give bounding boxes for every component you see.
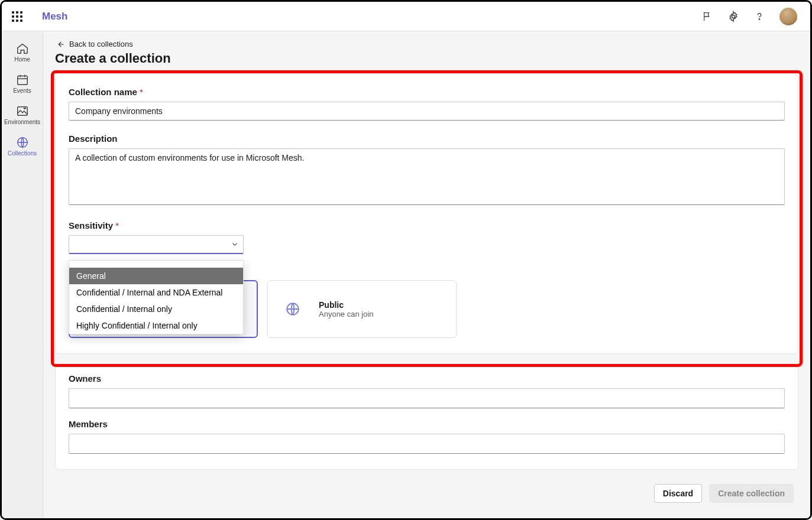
sidebar-item-home[interactable]: Home	[2, 37, 43, 69]
sidebar-item-label: Environments	[4, 119, 40, 125]
page-title: Create a collection	[55, 51, 798, 66]
calendar-icon	[16, 73, 29, 86]
help-icon[interactable]	[753, 11, 765, 22]
footer-actions: Discard Create collection	[55, 479, 798, 503]
desc-input[interactable]	[69, 148, 785, 205]
picture-icon	[16, 105, 29, 118]
owners-label: Owners	[69, 373, 785, 384]
sensitivity-option[interactable]: Confidential / Internal only	[69, 301, 243, 317]
flag-icon[interactable]	[701, 11, 713, 22]
home-icon	[16, 42, 29, 55]
avatar[interactable]	[779, 8, 797, 25]
desc-field: Description	[69, 134, 785, 207]
sidebar-item-events[interactable]: Events	[2, 69, 43, 100]
sidebar-item-label: Collections	[8, 150, 37, 157]
sens-field: Sensitivity * General Confidential / Int…	[69, 220, 785, 254]
name-input[interactable]	[69, 102, 785, 121]
sidebar-item-collections[interactable]: Collections	[2, 131, 43, 162]
discard-button[interactable]: Discard	[654, 484, 702, 503]
sensitivity-select[interactable]	[69, 235, 244, 254]
globe-icon	[279, 295, 307, 323]
content: Back to collections Create a collection …	[43, 31, 810, 518]
privacy-public-card[interactable]: Public Anyone can join	[267, 280, 457, 338]
name-label: Collection name *	[69, 87, 785, 97]
details-card: Collection name * Description Sensitivit…	[55, 73, 798, 354]
arrow-left-icon	[56, 40, 64, 48]
svg-point-1	[759, 18, 759, 19]
svg-rect-2	[17, 76, 27, 85]
gear-icon[interactable]	[727, 11, 739, 22]
app-launcher-icon[interactable]	[9, 8, 25, 25]
privacy-public-sub: Anyone can join	[319, 310, 374, 318]
sensitivity-dropdown: General Confidential / Internal and NDA …	[69, 260, 244, 334]
owners-input[interactable]	[69, 388, 785, 408]
people-card: Owners Members	[55, 363, 798, 470]
members-label: Members	[69, 419, 785, 429]
svg-point-0	[732, 15, 735, 18]
sidebar-item-label: Events	[13, 87, 31, 94]
sidebar: Home Events Environments Collections	[2, 31, 43, 518]
globe-icon	[16, 136, 29, 149]
chevron-down-icon	[231, 240, 239, 248]
create-collection-button[interactable]: Create collection	[709, 484, 794, 503]
sensitivity-option[interactable]: Confidential / Internal and NDA External	[69, 284, 243, 301]
back-link[interactable]: Back to collections	[56, 40, 798, 48]
topbar: Mesh	[2, 2, 810, 31]
members-input[interactable]	[69, 434, 785, 454]
top-actions	[701, 8, 803, 25]
desc-label: Description	[69, 134, 785, 144]
name-field: Collection name *	[69, 87, 785, 121]
app-title: Mesh	[42, 11, 67, 22]
back-link-label: Back to collections	[69, 40, 133, 48]
sens-label: Sensitivity *	[69, 220, 785, 230]
sidebar-item-environments[interactable]: Environments	[2, 100, 43, 131]
sidebar-item-label: Home	[14, 56, 30, 63]
sensitivity-option[interactable]: Highly Confidential / Internal only	[69, 317, 243, 334]
sensitivity-option[interactable]: General	[69, 268, 243, 284]
privacy-public-title: Public	[319, 300, 374, 310]
